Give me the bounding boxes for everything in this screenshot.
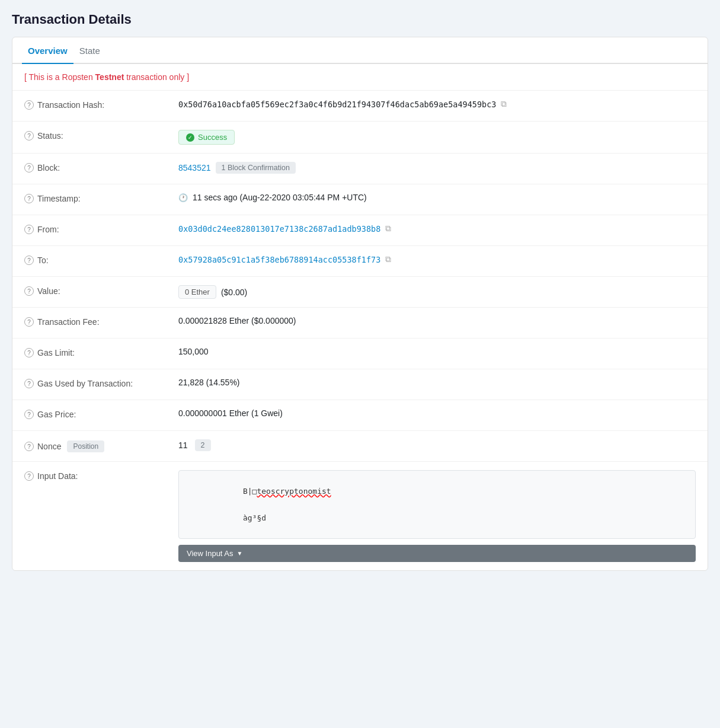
label-transaction-fee: ? Transaction Fee: [24, 316, 178, 327]
input-line1-text: teoscryptonomist [257, 487, 331, 496]
help-icon-transaction-fee[interactable]: ? [24, 317, 34, 327]
tab-state[interactable]: State [73, 37, 106, 64]
chevron-down-icon: ▼ [237, 550, 243, 557]
row-to: ? To: 0x57928a05c91c1a5f38eb6788914acc05… [12, 246, 708, 277]
help-icon-gas-limit[interactable]: ? [24, 348, 34, 357]
row-nonce: ? Nonce Position 11 2 [12, 431, 708, 462]
help-icon-nonce[interactable]: ? [24, 442, 34, 451]
row-status: ? Status: Success [12, 122, 708, 154]
value-to: 0x57928a05c91c1a5f38eb6788914acc05538f1f… [178, 254, 696, 264]
value-gas-price: 0.000000001 Ether (1 Gwei) [178, 408, 696, 418]
block-confirmation-badge: 1 Block Confirmation [216, 162, 296, 174]
row-gas-limit: ? Gas Limit: 150,000 [12, 339, 708, 369]
view-input-as-button[interactable]: View Input As ▼ [178, 545, 696, 562]
help-icon-gas-used[interactable]: ? [24, 379, 34, 388]
label-gas-used: ? Gas Used by Transaction: [24, 378, 178, 388]
row-value: ? Value: 0 Ether ($0.00) [12, 277, 708, 308]
testnet-banner: [ This is a Ropsten Testnet transaction … [12, 64, 708, 91]
value-transaction-hash: 0x50d76a10acbfa05f569ec2f3a0c4f6b9d21f94… [178, 99, 696, 109]
row-transaction-fee: ? Transaction Fee: 0.000021828 Ether ($0… [12, 308, 708, 339]
label-block: ? Block: [24, 162, 178, 173]
label-timestamp: ? Timestamp: [24, 193, 178, 203]
transaction-details-card: Overview State [ This is a Ropsten Testn… [12, 37, 708, 571]
help-icon-to[interactable]: ? [24, 256, 34, 265]
row-gas-price: ? Gas Price: 0.000000001 Ether (1 Gwei) [12, 400, 708, 431]
ether-value-badge: 0 Ether [178, 285, 216, 299]
label-gas-price: ? Gas Price: [24, 408, 178, 419]
nonce-position-badge: 2 [195, 439, 211, 451]
help-icon-value[interactable]: ? [24, 286, 34, 296]
block-number-link[interactable]: 8543521 [178, 163, 211, 173]
input-data-box: B|□teoscryptonomist àg³§d [178, 470, 696, 539]
label-status: ? Status: [24, 130, 178, 141]
row-timestamp: ? Timestamp: 🕐 11 secs ago (Aug-22-2020 … [12, 184, 708, 215]
value-block: 8543521 1 Block Confirmation [178, 162, 696, 174]
status-dot [186, 133, 194, 142]
label-input-data: ? Input Data: [24, 470, 178, 481]
input-data-wrapper: B|□teoscryptonomist àg³§d View Input As … [178, 470, 696, 562]
label-gas-limit: ? Gas Limit: [24, 347, 178, 357]
row-gas-used: ? Gas Used by Transaction: 21,828 (14.55… [12, 369, 708, 400]
row-transaction-hash: ? Transaction Hash: 0x50d76a10acbfa05f56… [12, 91, 708, 122]
help-icon-transaction-hash[interactable]: ? [24, 100, 34, 110]
input-line2: àg³§d [243, 513, 266, 522]
value-value: 0 Ether ($0.00) [178, 285, 696, 299]
page-title: Transaction Details [12, 12, 708, 27]
help-icon-timestamp[interactable]: ? [24, 194, 34, 203]
help-icon-block[interactable]: ? [24, 163, 34, 173]
label-nonce: ? Nonce Position [24, 439, 178, 452]
from-address-link[interactable]: 0x03d0dc24ee828013017e7138c2687ad1adb938… [178, 224, 380, 234]
label-from: ? From: [24, 223, 178, 234]
tab-overview[interactable]: Overview [22, 37, 73, 64]
label-transaction-hash: ? Transaction Hash: [24, 99, 178, 110]
copy-icon-from[interactable]: ⧉ [385, 223, 391, 234]
row-input-data: ? Input Data: B|□teoscryptonomist àg³§d … [12, 462, 708, 570]
help-icon-from[interactable]: ? [24, 225, 34, 234]
row-from: ? From: 0x03d0dc24ee828013017e7138c2687a… [12, 215, 708, 246]
status-badge: Success [178, 130, 235, 145]
label-value: ? Value: [24, 285, 178, 296]
value-transaction-fee: 0.000021828 Ether ($0.000000) [178, 316, 696, 325]
value-gas-limit: 150,000 [178, 347, 696, 356]
value-from: 0x03d0dc24ee828013017e7138c2687ad1adb938… [178, 223, 696, 234]
row-block: ? Block: 8543521 1 Block Confirmation [12, 154, 708, 184]
label-to: ? To: [24, 254, 178, 265]
input-line1-prefix: B|□ [243, 487, 257, 496]
clock-icon: 🕐 [178, 193, 188, 202]
copy-icon-to[interactable]: ⧉ [385, 254, 391, 264]
help-icon-gas-price[interactable]: ? [24, 410, 34, 419]
value-input-data: B|□teoscryptonomist àg³§d View Input As … [178, 470, 696, 562]
copy-icon-transaction-hash[interactable]: ⧉ [501, 99, 507, 109]
value-gas-used: 21,828 (14.55%) [178, 378, 696, 387]
help-icon-input-data[interactable]: ? [24, 471, 34, 481]
tab-bar: Overview State [12, 37, 708, 64]
to-address-link[interactable]: 0x57928a05c91c1a5f38eb6788914acc05538f1f… [178, 255, 380, 264]
value-timestamp: 🕐 11 secs ago (Aug-22-2020 03:05:44 PM +… [178, 193, 696, 202]
value-nonce: 11 2 [178, 439, 696, 451]
position-label: Position [67, 440, 104, 452]
help-icon-status[interactable]: ? [24, 131, 34, 141]
value-status: Success [178, 130, 696, 145]
